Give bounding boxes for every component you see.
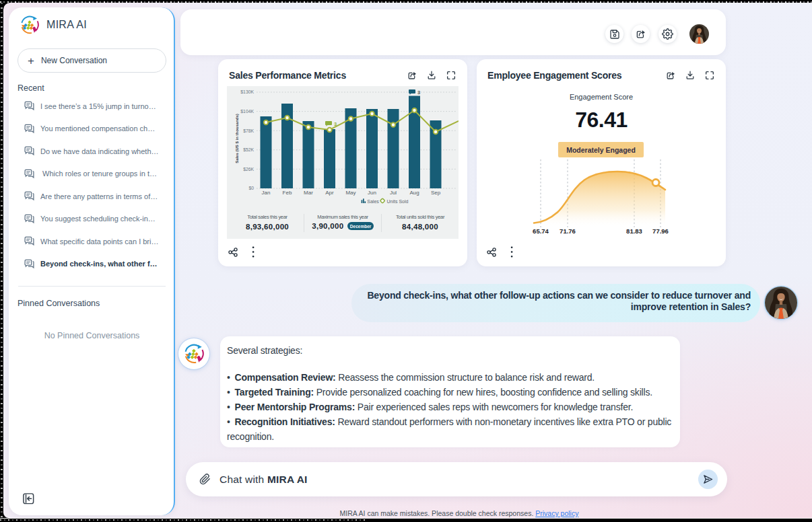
svg-text:65.74: 65.74 [533, 227, 549, 233]
svg-text:Jul: Jul [390, 190, 397, 196]
svg-text:$0: $0 [248, 186, 254, 190]
svg-text:3: 3 [417, 89, 420, 96]
svg-text:Mar: Mar [304, 190, 313, 196]
svg-text:81.83: 81.83 [626, 227, 642, 233]
svg-text:$78K: $78K [243, 128, 254, 133]
svg-text:$26K: $26K [243, 167, 254, 172]
svg-text:Sep: Sep [431, 190, 441, 196]
svg-text:$130K: $130K [240, 89, 254, 94]
svg-text:Aug: Aug [409, 190, 419, 196]
svg-text:Sales (US $ in thousands): Sales (US $ in thousands) [235, 114, 239, 163]
svg-text:Units Sold: Units Sold [387, 199, 409, 204]
svg-text:Sales: Sales [367, 199, 379, 204]
svg-text:Feb: Feb [283, 190, 292, 196]
svg-text:Jun: Jun [368, 190, 376, 196]
svg-text:Apr: Apr [325, 190, 334, 196]
svg-text:3: 3 [334, 121, 337, 127]
svg-text:77.96: 77.96 [652, 227, 669, 233]
svg-text:$104K: $104K [240, 109, 254, 114]
svg-text:May: May [345, 190, 356, 196]
svg-text:Jan: Jan [262, 190, 271, 196]
svg-text:71.76: 71.76 [560, 227, 576, 233]
svg-text:$52K: $52K [243, 147, 254, 152]
